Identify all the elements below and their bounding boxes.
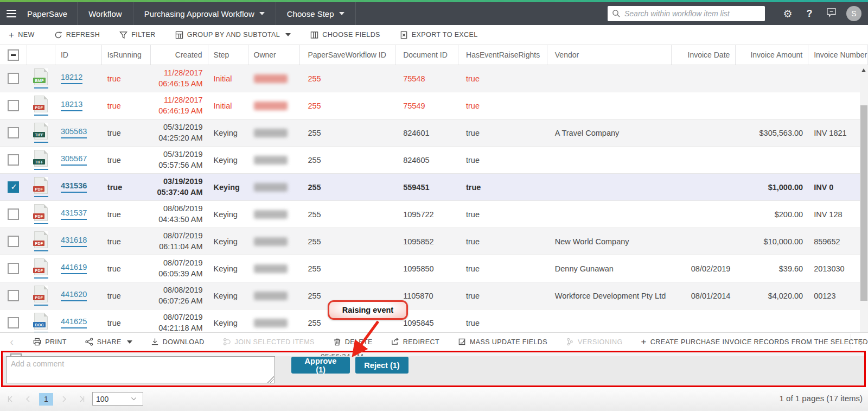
item-id-link[interactable]: 305563: [61, 127, 87, 138]
row-checkbox[interactable]: [8, 290, 19, 301]
column-header-invoice-number[interactable]: Invoice Number: [808, 45, 868, 65]
select-all-checkbox[interactable]: [8, 49, 19, 61]
next-page-icon[interactable]: [58, 393, 71, 406]
workflow-search[interactable]: [608, 6, 765, 21]
current-page-button[interactable]: 1: [39, 393, 53, 406]
scrollbar-thumb[interactable]: [860, 105, 867, 301]
join-selected-items-button[interactable]: JOIN SELECTED ITEMS: [223, 338, 315, 346]
scroll-left-chevron-icon[interactable]: ‹: [9, 336, 15, 348]
row-checkbox[interactable]: [8, 181, 19, 193]
table-row[interactable]: TIFF 305567 true 05/31/201905:57:56 AM K…: [0, 147, 868, 174]
table-row[interactable]: TIFF 305563 true 05/31/201904:25:20 AM K…: [0, 119, 868, 147]
document-file-link[interactable]: PDF: [34, 231, 48, 251]
document-file-link[interactable]: PDF: [34, 177, 48, 197]
item-id-link[interactable]: 441625: [61, 317, 87, 328]
print-button[interactable]: PRINT: [33, 338, 67, 346]
reject-button[interactable]: Reject (1): [355, 357, 409, 374]
item-id-link[interactable]: 305567: [61, 154, 87, 166]
document-file-link[interactable]: TIFF: [34, 123, 48, 143]
column-header-created[interactable]: Created: [151, 45, 208, 65]
column-header-isrunning[interactable]: IsRunning: [102, 45, 151, 65]
document-file-link[interactable]: BMP: [34, 68, 48, 88]
document-file-link[interactable]: PDF: [34, 258, 48, 279]
help-icon[interactable]: ?: [799, 8, 820, 20]
nav-item-choose-step[interactable]: Choose Step: [276, 2, 356, 25]
last-page-icon[interactable]: [75, 393, 88, 406]
table-row[interactable]: PDF 431537 true 08/06/201904:43:50 AM Ke…: [0, 201, 868, 228]
nav-item-workflow-name[interactable]: Purchasing Approval Workflow: [133, 2, 276, 25]
nav-item-workflow[interactable]: Workflow: [78, 2, 133, 25]
column-header-id[interactable]: ID: [55, 45, 102, 65]
column-header-invoice-amount[interactable]: Invoice Amount: [736, 45, 808, 65]
table-row[interactable]: PDF 441620 true 08/08/201906:07:26 AM Ke…: [0, 282, 868, 309]
table-row[interactable]: PDF 431618 true 08/07/201906:11:04 AM Ke…: [0, 228, 868, 255]
search-input[interactable]: [624, 9, 761, 18]
row-checkbox[interactable]: [8, 236, 19, 247]
document-file-link[interactable]: PDF: [34, 286, 48, 306]
table-row[interactable]: DOC 441625 true 08/07/201904:21:18 AM Ke…: [0, 309, 868, 332]
item-id-link[interactable]: 18212: [61, 73, 82, 84]
scroll-up-arrow-icon[interactable]: [861, 68, 866, 72]
row-checkbox[interactable]: [8, 154, 19, 166]
previous-page-icon[interactable]: [22, 393, 35, 406]
invoice-date-value: 08/01/2014: [672, 282, 736, 309]
table-row[interactable]: BMP 18212 true 11/28/201706:46:15 AM Ini…: [0, 65, 868, 92]
item-id-link[interactable]: 441619: [61, 263, 87, 274]
page-size-select[interactable]: 100: [92, 392, 143, 406]
papersaveworkflow-id-value: 255: [300, 119, 395, 146]
row-checkbox[interactable]: [8, 317, 19, 328]
download-button[interactable]: DOWNLOAD: [151, 338, 205, 346]
share-button[interactable]: SHARE: [85, 338, 132, 346]
column-header-step[interactable]: Step: [208, 45, 248, 65]
mass-update-fields-button[interactable]: MASS UPDATE FIELDS: [458, 338, 547, 346]
feedback-pencil-icon[interactable]: [820, 7, 842, 20]
vendor-value: Workforce Development Pty Ltd: [547, 282, 672, 309]
versioning-button[interactable]: VERSIONING: [566, 338, 623, 346]
column-header-haseventraiserights[interactable]: HasEventRaiseRights: [458, 45, 547, 65]
row-checkbox[interactable]: [8, 208, 19, 220]
comment-input[interactable]: [6, 356, 275, 383]
refresh-button[interactable]: REFRESH: [54, 31, 100, 39]
item-id-link[interactable]: 431537: [61, 208, 87, 220]
delete-button[interactable]: DELETE: [333, 338, 373, 346]
vertical-scrollbar[interactable]: [860, 65, 868, 332]
row-checkbox[interactable]: [8, 73, 19, 84]
scroll-right-chevron-icon[interactable]: ›: [851, 334, 865, 349]
column-header-owner[interactable]: Owner: [248, 45, 301, 65]
step-value: Keying: [208, 282, 248, 309]
document-file-link[interactable]: PDF: [34, 96, 48, 116]
document-file-link[interactable]: DOC: [34, 313, 48, 332]
column-header-filetype[interactable]: [27, 45, 55, 65]
settings-gear-icon[interactable]: ⚙: [777, 8, 799, 20]
approve-button[interactable]: Approve (1): [291, 357, 350, 374]
user-avatar[interactable]: S: [846, 6, 861, 21]
column-header-invoice-date[interactable]: Invoice Date: [672, 45, 736, 65]
file-type-icon: BMP: [34, 68, 48, 85]
column-header-vendor[interactable]: Vendor: [547, 45, 672, 65]
column-header-document-id[interactable]: Document ID: [395, 45, 458, 65]
document-file-link[interactable]: TIFF: [34, 150, 48, 170]
choose-fields-button[interactable]: CHOOSE FIELDS: [310, 31, 380, 39]
item-id-link[interactable]: 441620: [61, 290, 87, 301]
table-row[interactable]: PDF 431536 true 03/19/201905:37:40 AM Ke…: [0, 174, 868, 201]
group-by-subtotal-button[interactable]: GROUP BY AND SUBTOTAL: [175, 31, 291, 39]
filter-button[interactable]: FILTER: [119, 31, 156, 39]
new-button[interactable]: + NEW: [9, 30, 35, 40]
table-row[interactable]: PDF 441619 true 08/07/201906:05:39 AM Ke…: [0, 255, 868, 282]
row-checkbox[interactable]: [8, 263, 19, 274]
first-page-icon[interactable]: [4, 393, 17, 406]
row-checkbox[interactable]: [8, 127, 19, 138]
haseventraiserights-value: true: [458, 92, 547, 119]
row-checkbox[interactable]: [8, 100, 19, 111]
document-file-link[interactable]: PDF: [34, 204, 48, 224]
invoice-number-value: INV 0: [808, 174, 868, 200]
app-menu-brand[interactable]: PaperSave: [0, 2, 78, 25]
export-to-excel-button[interactable]: EXPORT TO EXCEL: [400, 31, 478, 39]
column-header-papersaveworkflow-id[interactable]: PaperSaveWorkflow ID: [300, 45, 395, 65]
redirect-button[interactable]: REDIRECT: [391, 338, 439, 346]
item-id-link[interactable]: 431536: [61, 181, 87, 193]
item-id-link[interactable]: 431618: [61, 236, 87, 247]
create-purchase-invoice-records-button[interactable]: + CREATE PURCHASE INVOICE RECORDS FROM T…: [641, 337, 868, 346]
item-id-link[interactable]: 18213: [61, 100, 82, 111]
table-row[interactable]: PDF 18213 true 11/28/201706:46:19 AM Ini…: [0, 92, 868, 119]
